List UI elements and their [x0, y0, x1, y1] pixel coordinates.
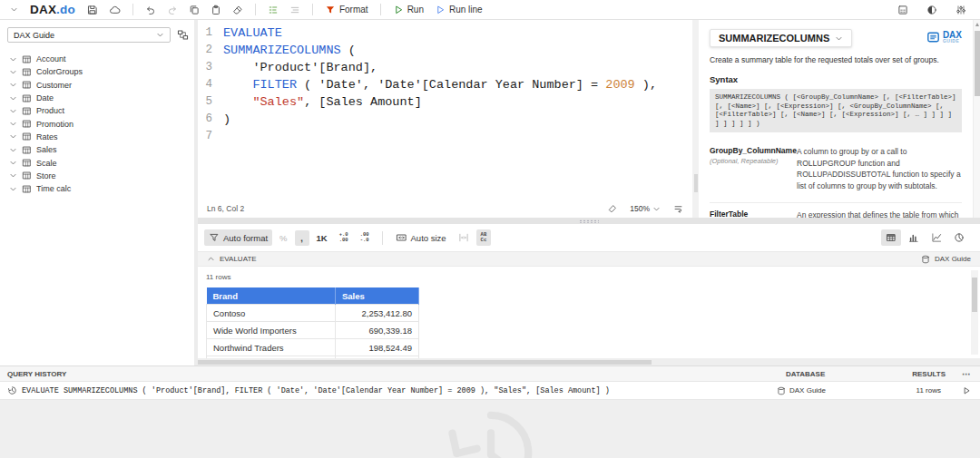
tree-chevron-icon	[9, 107, 17, 115]
splitter-thumb[interactable]	[694, 174, 698, 192]
code-area[interactable]: 1EVALUATE2SUMMARIZECOLUMNS (3 'Product'[…	[198, 20, 692, 200]
model-selector-dropdown[interactable]: DAX Guide	[7, 27, 171, 43]
chevron-down-icon	[10, 5, 18, 14]
undo-button[interactable]	[142, 4, 159, 16]
line-number: 2	[198, 42, 223, 59]
decrease-decimals-button[interactable]: .00-.0	[356, 229, 374, 246]
code-line-2[interactable]: 2SUMMARIZECOLUMNS (	[198, 42, 692, 59]
comma-button[interactable]: ,	[295, 230, 309, 246]
bar-chart-button[interactable]	[904, 229, 924, 246]
column-header-sales[interactable]: Sales	[336, 287, 419, 305]
parameter-row: GroupBy_ColumnName(Optional, Repeatable)…	[710, 140, 962, 197]
sidebar-table-account[interactable]: Account	[0, 53, 194, 65]
tree-chevron-icon	[9, 171, 17, 180]
results-hscroll-thumb[interactable]	[198, 360, 652, 365]
code-line-7[interactable]: 7	[198, 128, 692, 145]
table-icon	[22, 145, 32, 155]
copy-button[interactable]	[186, 4, 202, 16]
code-line-4[interactable]: 4 FILTER ( 'Date', 'Date'[Calendar Year …	[198, 76, 692, 93]
sidebar-table-store[interactable]: Store	[0, 170, 194, 182]
code-text: SUMMARIZECOLUMNS (	[223, 42, 356, 59]
sales-cell: 198,524.49	[336, 339, 419, 356]
results-section-toggle[interactable]: EVALUATE	[207, 255, 257, 263]
run-line-button[interactable]: Run line	[432, 4, 485, 16]
results-body: 11 rows BrandSales Contoso2,253,412.80Wi…	[198, 267, 980, 358]
results-splitter[interactable]	[198, 218, 980, 224]
pie-chart-button[interactable]	[949, 229, 969, 246]
dax-guide-logo[interactable]: DAX GUIDE	[926, 31, 962, 44]
code-line-5[interactable]: 5 "Sales", [Sales Amount]	[198, 93, 692, 111]
docs-scroll-thumb[interactable]	[975, 31, 980, 96]
history-entry[interactable]: EVALUATE SUMMARIZECOLUMNS ( 'Product'[Br…	[0, 382, 980, 400]
auto-size-button[interactable]: Auto size	[391, 229, 451, 246]
toolbar-divider	[382, 231, 383, 245]
increase-decimals-button[interactable]: +.0.00	[335, 229, 353, 246]
sidebar-table-customer[interactable]: Customer	[0, 79, 194, 92]
history-results-count: 11 rows	[888, 386, 941, 395]
toolbar-collapse-button[interactable]	[7, 5, 21, 15]
auto-case-button[interactable]: ABCc	[476, 229, 492, 246]
function-selector-dropdown[interactable]: SUMMARIZECOLUMNS	[710, 29, 852, 47]
results-scroll-thumb[interactable]	[972, 278, 977, 312]
code-line-6[interactable]: 6)	[198, 111, 692, 128]
results-hscrollbar[interactable]	[198, 358, 980, 365]
sidebar-table-colorgroups[interactable]: ColorGroups	[0, 65, 194, 78]
layout-button[interactable]	[895, 4, 911, 16]
sidebar-table-rates[interactable]: Rates	[0, 131, 194, 143]
share-button[interactable]	[106, 4, 123, 16]
logo-dax: DAX	[30, 3, 56, 16]
settings-button[interactable]	[953, 4, 969, 16]
sidebar-table-time-calc[interactable]: Time calc	[0, 182, 194, 195]
collapse-lines-button[interactable]	[287, 4, 303, 16]
save-button[interactable]	[84, 4, 101, 16]
thousands-button[interactable]: 1K	[312, 230, 332, 246]
parameter-modifier: (Optional, Repeatable)	[710, 157, 789, 165]
paste-button[interactable]	[208, 4, 224, 16]
editor-docs-splitter[interactable]	[692, 20, 699, 218]
sidebar-table-sales[interactable]: Sales	[0, 143, 194, 156]
layout-icon	[897, 5, 908, 15]
sidebar-table-product[interactable]: Product	[0, 104, 194, 117]
editor-zoom-value: 150%	[630, 204, 650, 213]
code-line-1[interactable]: 1EVALUATE	[198, 24, 692, 42]
clear-editor-button[interactable]	[230, 4, 246, 16]
theme-button[interactable]	[924, 4, 940, 16]
editor-zoom-control[interactable]: 150%	[630, 204, 661, 213]
fit-width-button[interactable]	[454, 229, 474, 246]
history-menu-button[interactable]: ⋯	[946, 369, 971, 379]
sidebar-table-promotion[interactable]: Promotion	[0, 117, 194, 130]
code-line-3[interactable]: 3 'Product'[Brand],	[198, 59, 692, 76]
word-wrap-icon[interactable]	[673, 204, 683, 214]
increase-decimals-icon: +.0.00	[339, 232, 348, 243]
run-button[interactable]: Run	[390, 4, 426, 16]
sidebar-table-date[interactable]: Date	[0, 92, 194, 104]
manage-relationships-icon[interactable]	[177, 29, 189, 41]
expand-lines-button[interactable]	[265, 4, 281, 16]
percent-button[interactable]: %	[275, 230, 291, 246]
tree-chevron-icon	[9, 159, 17, 167]
dax-do-app: DAX.do FormatRunRun line DAX Guide Accou…	[0, 0, 980, 458]
results-scrollbar[interactable]	[971, 270, 978, 355]
toolbar-right-buttons	[895, 4, 973, 16]
eraser-icon[interactable]	[608, 204, 617, 213]
auto-format-button[interactable]: Auto format	[204, 229, 272, 246]
share-icon	[109, 5, 121, 15]
tree-chevron-icon	[9, 120, 17, 128]
table-label: Customer	[36, 81, 72, 90]
tree-chevron-icon	[9, 55, 17, 63]
sidebar-table-scale[interactable]: Scale	[0, 156, 194, 169]
history-run-button[interactable]	[946, 386, 971, 395]
docs-scrollbar[interactable]	[973, 20, 980, 218]
redo-button[interactable]	[164, 4, 181, 16]
tree-chevron-icon	[9, 132, 17, 141]
scroll-up-icon	[975, 23, 979, 26]
column-header-brand[interactable]: Brand	[207, 287, 336, 305]
dax-editor[interactable]: 1EVALUATE2SUMMARIZECOLUMNS (3 'Product'[…	[198, 20, 692, 218]
table-icon	[22, 184, 32, 194]
line-chart-button[interactable]	[926, 229, 946, 246]
format-button[interactable]: Format	[322, 4, 371, 16]
toolbar-buttons: FormatRunRun line	[84, 4, 485, 16]
line-number: 6	[198, 111, 223, 128]
format-label: Format	[339, 5, 368, 15]
table-view-button[interactable]	[881, 229, 901, 246]
